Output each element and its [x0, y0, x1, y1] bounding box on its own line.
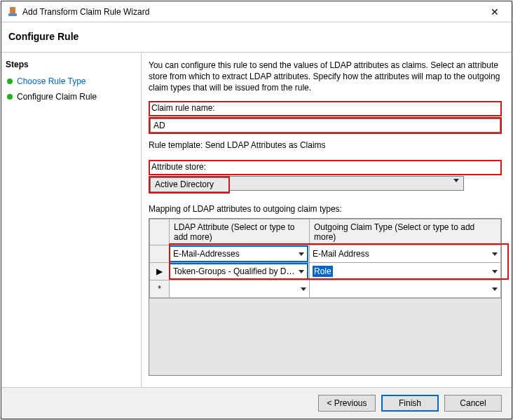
- titlebar: Add Transform Claim Rule Wizard ✕: [1, 1, 512, 22]
- footer: < Previous Finish Cancel: [1, 387, 512, 419]
- attribute-store-select-wrapper: Active Directory: [149, 176, 464, 194]
- step-choose-rule-type[interactable]: Choose Rule Type: [1, 74, 141, 89]
- chevron-down-icon: [299, 252, 304, 256]
- step-configure-claim-rule[interactable]: Configure Claim Rule: [1, 89, 141, 104]
- col-header-ldap: LDAP Attribute (Select or type to add mo…: [170, 219, 310, 245]
- cancel-button[interactable]: Cancel: [444, 395, 502, 412]
- table-row: ▶ Token-Groups - Qualified by Doma...: [150, 263, 501, 280]
- finish-button[interactable]: Finish: [381, 395, 439, 412]
- ldap-attribute-cell[interactable]: E-Mail-Addresses: [169, 245, 308, 262]
- chevron-down-icon: [453, 179, 459, 182]
- main-panel: You can configure this rule to send the …: [142, 53, 512, 387]
- attribute-store-label: Attribute store:: [151, 162, 499, 172]
- description-text: You can configure this rule to send the …: [149, 60, 502, 94]
- close-button[interactable]: ✕: [484, 4, 506, 20]
- highlight-attribute-store-label: Attribute store:: [149, 160, 502, 175]
- step-label: Configure Claim Rule: [17, 92, 97, 102]
- claim-rule-name-input[interactable]: [150, 118, 500, 133]
- mapping-label: Mapping of LDAP attributes to outgoing c…: [149, 204, 502, 214]
- outgoing-claim-cell[interactable]: [310, 280, 500, 297]
- page-subtitle: Configure Rule: [1, 22, 512, 52]
- ldap-attribute-value: E-Mail-Addresses: [173, 249, 240, 259]
- chevron-down-icon: [492, 270, 498, 273]
- chevron-down-icon: [492, 287, 498, 291]
- steps-heading: Steps: [1, 58, 141, 74]
- col-header-outgoing: Outgoing Claim Type (Select or type to a…: [310, 219, 501, 245]
- step-label: Choose Rule Type: [17, 76, 86, 86]
- highlight-claim-rule-name-label: Claim rule name:: [149, 101, 502, 116]
- attribute-store-value-display: Active Directory: [150, 177, 228, 192]
- table-row: *: [150, 280, 501, 298]
- table-row: E-Mail-Addresses E-Mail Address: [150, 245, 501, 263]
- attribute-store-value: Active Directory: [155, 179, 214, 189]
- app-icon: [7, 6, 18, 18]
- attribute-store-select[interactable]: [230, 176, 464, 191]
- mapping-grid-container: LDAP Attribute (Select or type to add mo…: [149, 218, 502, 377]
- row-marker: [150, 245, 170, 263]
- rule-template-label: Rule template: Send LDAP Attributes as C…: [149, 140, 502, 150]
- outgoing-claim-cell[interactable]: Role: [310, 263, 500, 280]
- highlight-claim-rule-name-input: [149, 117, 502, 134]
- svg-rect-0: [10, 7, 15, 13]
- row-marker: *: [150, 280, 170, 298]
- outgoing-claim-cell[interactable]: E-Mail Address: [310, 245, 500, 262]
- ldap-attribute-value: Token-Groups - Qualified by Doma...: [173, 266, 299, 276]
- bullet-icon: [7, 94, 13, 100]
- row-marker: ▶: [150, 263, 170, 280]
- outgoing-claim-value-selected: Role: [313, 266, 333, 277]
- ldap-attribute-cell[interactable]: [170, 280, 309, 297]
- content-area: Steps Choose Rule Type Configure Claim R…: [1, 52, 512, 387]
- bullet-icon: [7, 79, 13, 84]
- steps-sidebar: Steps Choose Rule Type Configure Claim R…: [1, 53, 142, 387]
- wizard-window: Add Transform Claim Rule Wizard ✕ Config…: [1, 1, 512, 419]
- highlight-attribute-store-value: Active Directory: [149, 176, 230, 194]
- rowheader-spacer: [150, 219, 170, 245]
- claim-rule-name-label: Claim rule name:: [151, 103, 499, 113]
- svg-rect-1: [8, 13, 17, 16]
- window-title: Add Transform Claim Rule Wizard: [22, 7, 484, 17]
- chevron-down-icon: [301, 287, 306, 291]
- mapping-grid: LDAP Attribute (Select or type to add mo…: [149, 218, 502, 377]
- ldap-attribute-cell[interactable]: Token-Groups - Qualified by Doma...: [169, 263, 308, 280]
- chevron-down-icon: [299, 270, 304, 273]
- grid-empty-area: [149, 298, 501, 375]
- outgoing-claim-value: E-Mail Address: [313, 249, 369, 259]
- chevron-down-icon: [492, 252, 498, 256]
- previous-button[interactable]: < Previous: [318, 395, 376, 412]
